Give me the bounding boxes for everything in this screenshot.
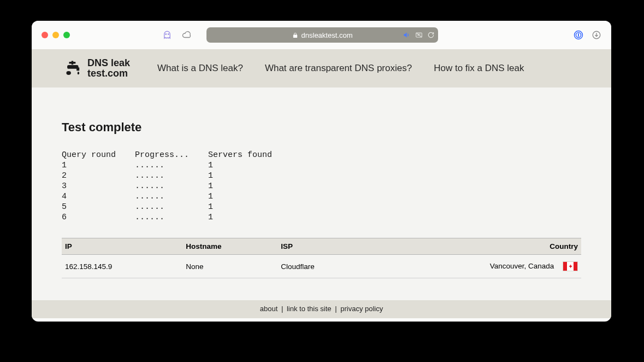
page-body: Test complete Query round Progress... Se… [32, 87, 611, 300]
reload-icon[interactable] [427, 31, 435, 39]
progress-row: 4......1 [62, 191, 296, 202]
lock-icon [292, 32, 298, 38]
country-text: Vancouver, Canada [490, 262, 554, 270]
col-round: Query round [62, 150, 135, 160]
reader-icon[interactable] [414, 31, 424, 39]
footer-link-to-site[interactable]: link to this site [287, 305, 332, 313]
ghost-icon[interactable] [162, 30, 173, 40]
col-isp: ISP [277, 238, 368, 255]
faucet-icon [64, 59, 83, 78]
nav-what-is-leak[interactable]: What is a DNS leak? [157, 63, 243, 74]
cell-ip: 162.158.145.9 [62, 255, 182, 278]
page-content[interactable]: DNS leak test.com What is a DNS leak? Wh… [32, 49, 611, 322]
minimize-window-button[interactable] [52, 32, 59, 38]
logo-line1: DNS leak [87, 58, 130, 68]
titlebar: dnsleaktest.com [32, 21, 611, 49]
audio-icon[interactable] [402, 31, 411, 39]
svg-rect-12 [76, 67, 79, 71]
urlbar-right [402, 31, 435, 39]
progress-row: 5......1 [62, 202, 296, 212]
progress-row: 2......1 [62, 171, 296, 181]
svg-point-0 [166, 34, 167, 35]
site-footer: about | link to this site | privacy poli… [32, 300, 611, 318]
results-table: IP Hostname ISP Country 162.158.145.9 No… [62, 238, 581, 278]
cell-isp: Cloudflare [277, 255, 368, 278]
onepassword-icon[interactable] [573, 30, 584, 40]
nav-how-to-fix[interactable]: How to fix a DNS leak [434, 63, 524, 74]
canada-flag-icon: ✦ [563, 261, 578, 271]
nav-transparent-proxies[interactable]: What are transparent DNS proxies? [265, 63, 412, 74]
url-text: dnsleaktest.com [302, 31, 353, 39]
progress-table: Query round Progress... Servers found 1.… [62, 150, 296, 223]
cloud-icon[interactable] [181, 30, 192, 40]
site-logo[interactable]: DNS leak test.com [64, 58, 130, 79]
svg-point-13 [66, 71, 70, 75]
logo-line2: test.com [87, 68, 130, 79]
downloads-icon[interactable] [592, 30, 601, 40]
svg-rect-10 [72, 61, 73, 65]
progress-header-row: Query round Progress... Servers found [62, 150, 296, 160]
table-row: 162.158.145.9 None Cloudflare Vancouver,… [62, 255, 581, 278]
results-header-row: IP Hostname ISP Country [62, 238, 581, 255]
toolbar-right [573, 30, 601, 40]
progress-row: 6......1 [62, 212, 296, 223]
fullscreen-window-button[interactable] [63, 32, 70, 38]
svg-line-5 [416, 33, 422, 37]
nav-links: What is a DNS leak? What are transparent… [157, 63, 524, 74]
cell-country: Vancouver, Canada ✦ [368, 255, 581, 278]
site-header: DNS leak test.com What is a DNS leak? Wh… [32, 49, 611, 87]
progress-row: 1......1 [62, 160, 296, 171]
separator: | [333, 305, 338, 313]
browser-window: dnsleaktest.com [32, 21, 611, 322]
logo-text: DNS leak test.com [87, 58, 130, 79]
col-progress: Progress... [135, 150, 208, 160]
col-ip: IP [62, 238, 182, 255]
cell-hostname: None [182, 255, 277, 278]
url-bar[interactable]: dnsleaktest.com [206, 27, 438, 43]
separator: | [280, 305, 285, 313]
col-hostname: Hostname [182, 238, 277, 255]
progress-row: 3......1 [62, 181, 296, 191]
close-window-button[interactable] [42, 32, 48, 38]
page-title: Test complete [62, 120, 581, 135]
svg-point-1 [168, 34, 169, 35]
col-servers: Servers found [208, 150, 296, 160]
traffic-lights [42, 32, 70, 38]
footer-about[interactable]: about [260, 305, 278, 313]
footer-privacy[interactable]: privacy policy [340, 305, 383, 313]
toolbar-left [162, 30, 192, 40]
col-country: Country [368, 238, 581, 255]
